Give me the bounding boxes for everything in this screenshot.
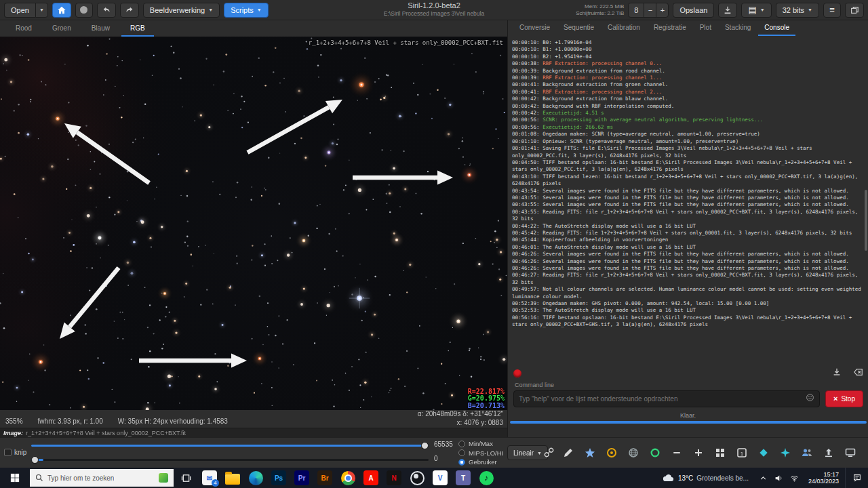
toolbar-button-target-disc-icon[interactable] — [604, 445, 619, 461]
taskbar-app-mail-app[interactable]: ✉4 — [198, 468, 221, 488]
tab-registratie[interactable]: Registratie — [648, 20, 692, 36]
slider-handle[interactable] — [421, 442, 429, 449]
command-input[interactable] — [519, 395, 802, 403]
checkbox-icon[interactable] — [4, 449, 12, 456]
low-level-slider[interactable] — [31, 456, 429, 464]
taskbar-clock[interactable]: 15:17 24/03/2023 — [802, 471, 845, 485]
toolbar-button-star-icon[interactable] — [582, 445, 597, 461]
tab-calibration[interactable]: Calibration — [601, 20, 646, 36]
taskbar-search[interactable]: Typ hier om te zoeken — [30, 469, 174, 487]
taskbar-app-file-explorer[interactable] — [221, 468, 244, 488]
layers-button[interactable]: ▤ ▼ — [741, 3, 771, 18]
stretch-mode-dropdown[interactable]: Lineair ▼ — [507, 445, 548, 460]
link-channels-button[interactable] — [544, 447, 554, 460]
clear-console-button[interactable] — [854, 367, 863, 380]
annotation-arrow — [248, 100, 342, 152]
taskbar-app-spotify[interactable]: ♪ — [475, 468, 498, 488]
undo-button[interactable] — [97, 3, 116, 18]
toolbar-button-green-ring-icon[interactable] — [647, 445, 663, 461]
task-view-button[interactable] — [174, 468, 198, 488]
spin-minus-button[interactable]: − — [644, 3, 656, 17]
log-controls — [513, 367, 863, 380]
toolbar-button-fit-grid-icon[interactable] — [712, 445, 728, 461]
mode-radio-mips-lo-hi[interactable]: MIPS-LO/HI — [458, 449, 503, 458]
save-button[interactable]: Opslaan — [673, 3, 714, 18]
toolbar-button-globe-icon[interactable] — [625, 445, 641, 461]
taskbar-app-netflix[interactable]: N — [382, 468, 406, 488]
taskbar-app-photoshop[interactable]: Ps — [267, 468, 290, 488]
toolbar-button-zoom-in-icon[interactable] — [690, 445, 706, 461]
speaker-icon — [774, 474, 783, 483]
tab-rgb[interactable]: RGB — [121, 21, 154, 37]
record-indicator-icon[interactable] — [513, 369, 521, 378]
radio-icon — [458, 449, 465, 456]
emoji-picker-button[interactable] — [806, 392, 814, 405]
tab-plot[interactable]: Plot — [694, 20, 717, 36]
toolbar-button-diamond-icon[interactable] — [755, 445, 771, 461]
toolbar-button-sparkle-icon[interactable] — [777, 445, 793, 461]
scripts-menu-button[interactable]: Scripts ▼ — [224, 3, 269, 18]
weather-widget[interactable]: 13°C Grotendeels be... — [656, 474, 755, 483]
tab-sequentie[interactable]: Sequentie — [557, 20, 600, 36]
stop-button[interactable]: × Stop — [825, 390, 863, 407]
taskbar-app-obs[interactable] — [406, 468, 429, 488]
toolbar-button-users-icon[interactable] — [799, 445, 814, 461]
open-button[interactable]: Open — [4, 3, 35, 18]
image-filename-overlay: r_1+2+3+4+5+6+7+8 Veil + stars only_0000… — [309, 39, 503, 46]
taskbar-app-chrome[interactable] — [336, 468, 359, 488]
slider-track[interactable] — [31, 459, 429, 461]
image-processing-menu-button[interactable]: Beeldverwerking ▼ — [143, 3, 220, 18]
toolbar-button-monitor-icon[interactable] — [842, 445, 858, 461]
slider-handle[interactable] — [31, 456, 39, 464]
taskbar-app-acrobat[interactable]: A — [359, 468, 382, 488]
mode-radio-min-max[interactable]: Min/Max — [458, 439, 503, 449]
save-as-button[interactable] — [718, 3, 737, 18]
taskbar-app-edge-browser[interactable] — [244, 468, 267, 488]
high-level-slider[interactable] — [31, 442, 429, 449]
volume-button[interactable] — [771, 474, 787, 483]
notification-badge: 4 — [212, 479, 219, 487]
spin-plus-button[interactable]: + — [656, 3, 668, 17]
clip-checkbox-row[interactable]: knip — [4, 449, 26, 456]
annotation-arrow — [60, 268, 119, 339]
toolbar-button-upload-arrow-icon[interactable] — [821, 445, 836, 461]
taskbar-app-premiere[interactable]: Pr — [290, 468, 313, 488]
bridge-icon: Br — [317, 470, 332, 485]
network-button[interactable] — [787, 474, 802, 483]
taskbar-app-bridge[interactable]: Br — [313, 468, 336, 488]
tab-rood[interactable]: Rood — [7, 21, 41, 37]
start-button[interactable] — [0, 468, 30, 488]
mode-radio-gebruiker[interactable]: Gebruiker — [458, 458, 503, 467]
console-scrollbar[interactable] — [865, 190, 867, 251]
notification-center-button[interactable] — [845, 468, 868, 488]
threads-value[interactable]: 8 — [629, 6, 644, 14]
toolbar-button-zoom-out-icon[interactable] — [669, 445, 684, 461]
zoom-one-icon: 1 — [736, 447, 747, 458]
taskbar-app-teams[interactable]: T — [452, 468, 475, 488]
users-icon — [802, 447, 812, 458]
tab-conversie[interactable]: Conversie — [513, 20, 556, 36]
open-dropdown-button[interactable]: ▼ — [35, 3, 48, 18]
hamburger-menu-button[interactable]: ≡ — [823, 3, 841, 18]
sparkle-icon — [780, 447, 791, 458]
toolbar-button-zoom-one-icon[interactable]: 1 — [734, 445, 749, 461]
console-line: 00:43:55: Several images were found in t… — [512, 195, 862, 201]
low-level-value: 0 — [434, 455, 438, 462]
chevron-down-icon: ▼ — [760, 7, 765, 12]
bit-depth-dropdown[interactable]: 32 bits ▼ — [776, 3, 819, 18]
siril-window: Open ▼ Beeldverwerking ▼ Scripts ▼ — [0, 0, 868, 488]
tab-blauw[interactable]: Blauw — [83, 21, 119, 37]
taskbar-app-v-app[interactable]: V — [429, 468, 452, 488]
export-log-button[interactable] — [832, 367, 842, 380]
show-hidden-icons-button[interactable] — [755, 474, 771, 483]
window-restore-button[interactable] — [845, 3, 864, 18]
tab-console[interactable]: Console — [758, 20, 795, 36]
tab-groen[interactable]: Groen — [43, 21, 80, 37]
image-viewer[interactable]: r_1+2+3+4+5+6+7+8 Veil + stars only_0000… — [0, 37, 507, 410]
toolbar-button-pen-icon[interactable] — [560, 445, 576, 461]
redo-button[interactable] — [120, 3, 139, 18]
star-icon — [585, 447, 595, 458]
tab-stacking[interactable]: Stacking — [719, 20, 757, 36]
shutter-button[interactable] — [75, 3, 93, 18]
home-button[interactable] — [52, 3, 71, 18]
